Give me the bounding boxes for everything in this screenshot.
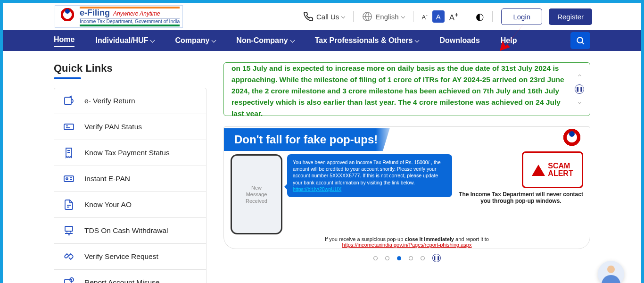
ql-verify-pan[interactable]: Verify PAN Status — [54, 114, 206, 140]
chevron-down-icon — [212, 36, 215, 45]
phone-icon — [303, 11, 314, 22]
verify-return-icon — [63, 95, 75, 107]
svg-rect-4 — [64, 176, 74, 182]
chevron-down-icon — [151, 36, 154, 45]
quick-links-heading: Quick Links — [54, 62, 206, 75]
carousel-dot[interactable] — [385, 256, 389, 260]
ql-know-your-ao[interactable]: Know Your AO — [54, 192, 206, 218]
svg-rect-6 — [65, 226, 73, 231]
chevron-down-icon — [402, 12, 405, 21]
search-button[interactable] — [570, 32, 590, 49]
atm-icon — [63, 225, 75, 237]
emblem-icon — [58, 7, 77, 26]
report-icon — [63, 276, 75, 283]
nav-individual[interactable]: Individual/HUF — [95, 36, 154, 45]
svg-point-5 — [66, 178, 68, 180]
document-icon — [63, 199, 75, 211]
receipt-icon — [63, 147, 75, 159]
font-decrease[interactable]: A- — [422, 12, 428, 21]
carousel-dot[interactable] — [421, 256, 425, 260]
ql-e-verify-return[interactable]: e- Verify Return — [54, 88, 206, 114]
report-phishing-link[interactable]: https://incometaxindia.gov.in/Pages/repo… — [342, 242, 472, 248]
carousel-indicators: ❚❚ — [223, 254, 590, 262]
svg-rect-2 — [65, 97, 71, 105]
carousel-dot[interactable] — [373, 256, 378, 260]
emblem-icon — [561, 128, 583, 151]
nav-tax-professionals[interactable]: Tax Professionals & Others — [315, 36, 419, 45]
ql-instant-epan[interactable]: Instant E-PAN — [54, 166, 206, 192]
language-dropdown[interactable]: English — [362, 11, 404, 22]
notice-ticker: on 15 July and is expected to increase m… — [223, 62, 590, 116]
call-us-dropdown[interactable]: Call Us — [303, 11, 345, 22]
chevron-up-icon[interactable] — [578, 72, 581, 80]
login-button[interactable]: Login — [501, 8, 542, 25]
ql-tds-cash[interactable]: TDS On Cash Withdrawal — [54, 218, 206, 244]
ql-tax-payment-status[interactable]: Know Tax Payment Status — [54, 140, 206, 166]
font-default[interactable]: A — [432, 10, 445, 23]
ql-verify-service[interactable]: Verify Service Request — [54, 244, 206, 270]
nav-downloads[interactable]: Downloads — [439, 36, 479, 45]
carousel-dot-active[interactable] — [397, 256, 401, 260]
phone-mockup: New Message Received — [231, 154, 282, 234]
nav-help[interactable]: Help — [501, 36, 517, 45]
chevron-down-icon — [415, 36, 419, 45]
fake-popup-bubble: You have been approved an Income Tax Ref… — [287, 154, 452, 197]
register-button[interactable]: Register — [549, 8, 592, 25]
nav-non-company[interactable]: Non-Company — [236, 36, 294, 45]
banner-report-note: If you receive a suspicious pop-up close… — [224, 236, 590, 248]
nav-company[interactable]: Company — [175, 36, 215, 45]
brand-tagline: Anywhere Anytime — [113, 10, 160, 17]
svg-point-1 — [577, 37, 583, 43]
pause-icon[interactable]: ❚❚ — [575, 84, 584, 94]
banner-subtext: The Income Tax Department will never con… — [459, 191, 583, 204]
promo-banner: Don't fall for fake pop-ups! New Message… — [223, 126, 590, 249]
nav-home[interactable]: Home — [54, 35, 74, 47]
search-icon — [576, 36, 585, 45]
brand-title: e-Filing — [80, 8, 110, 17]
contrast-toggle[interactable]: ◐ — [476, 11, 484, 22]
carousel-pause[interactable]: ❚❚ — [432, 254, 441, 262]
chevron-down-icon — [291, 36, 294, 45]
handshake-icon — [63, 250, 75, 263]
banner-headline: Don't fall for fake pop-ups! — [224, 128, 396, 151]
site-logo[interactable]: e-Filing Anywhere Anytime Income Tax Dep… — [55, 5, 183, 28]
globe-icon — [362, 11, 372, 22]
chevron-down-icon[interactable] — [578, 99, 581, 107]
svg-rect-3 — [64, 124, 74, 130]
ql-report-misuse[interactable]: Report Account Misuse — [54, 270, 206, 283]
chevron-down-icon — [342, 12, 345, 21]
pan-card-icon — [63, 121, 75, 133]
brand-subtitle: Income Tax Department, Government of Ind… — [80, 18, 180, 25]
scam-alert-badge: SCAMALERT — [522, 151, 583, 188]
chatbot-launcher[interactable] — [598, 261, 624, 283]
font-increase[interactable]: A+ — [449, 11, 459, 23]
warning-icon — [532, 158, 545, 176]
epan-icon — [63, 173, 75, 185]
carousel-dot[interactable] — [409, 256, 413, 260]
